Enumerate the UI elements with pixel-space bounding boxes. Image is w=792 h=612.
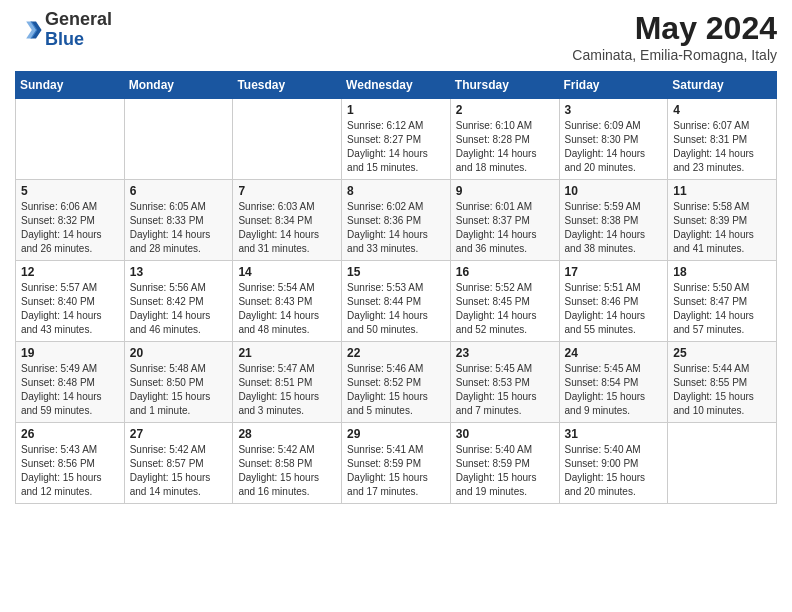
day-number: 17 xyxy=(565,265,663,279)
weekday-header-thursday: Thursday xyxy=(450,72,559,99)
calendar-cell: 8Sunrise: 6:02 AM Sunset: 8:36 PM Daylig… xyxy=(342,180,451,261)
calendar-cell: 13Sunrise: 5:56 AM Sunset: 8:42 PM Dayli… xyxy=(124,261,233,342)
day-info: Sunrise: 6:07 AM Sunset: 8:31 PM Dayligh… xyxy=(673,119,771,175)
day-number: 14 xyxy=(238,265,336,279)
day-info: Sunrise: 6:09 AM Sunset: 8:30 PM Dayligh… xyxy=(565,119,663,175)
day-number: 13 xyxy=(130,265,228,279)
calendar-cell: 22Sunrise: 5:46 AM Sunset: 8:52 PM Dayli… xyxy=(342,342,451,423)
calendar-week-row: 1Sunrise: 6:12 AM Sunset: 8:27 PM Daylig… xyxy=(16,99,777,180)
calendar-cell: 11Sunrise: 5:58 AM Sunset: 8:39 PM Dayli… xyxy=(668,180,777,261)
day-number: 23 xyxy=(456,346,554,360)
day-number: 7 xyxy=(238,184,336,198)
weekday-header-tuesday: Tuesday xyxy=(233,72,342,99)
day-info: Sunrise: 5:49 AM Sunset: 8:48 PM Dayligh… xyxy=(21,362,119,418)
calendar-week-row: 12Sunrise: 5:57 AM Sunset: 8:40 PM Dayli… xyxy=(16,261,777,342)
calendar-cell xyxy=(233,99,342,180)
calendar-cell: 26Sunrise: 5:43 AM Sunset: 8:56 PM Dayli… xyxy=(16,423,125,504)
day-number: 31 xyxy=(565,427,663,441)
logo-general: General xyxy=(45,10,112,30)
day-info: Sunrise: 5:42 AM Sunset: 8:57 PM Dayligh… xyxy=(130,443,228,499)
weekday-header-monday: Monday xyxy=(124,72,233,99)
calendar-cell: 18Sunrise: 5:50 AM Sunset: 8:47 PM Dayli… xyxy=(668,261,777,342)
day-number: 8 xyxy=(347,184,445,198)
calendar-cell: 7Sunrise: 6:03 AM Sunset: 8:34 PM Daylig… xyxy=(233,180,342,261)
calendar-cell xyxy=(16,99,125,180)
day-info: Sunrise: 5:47 AM Sunset: 8:51 PM Dayligh… xyxy=(238,362,336,418)
calendar-cell: 16Sunrise: 5:52 AM Sunset: 8:45 PM Dayli… xyxy=(450,261,559,342)
calendar-cell: 4Sunrise: 6:07 AM Sunset: 8:31 PM Daylig… xyxy=(668,99,777,180)
calendar-cell: 20Sunrise: 5:48 AM Sunset: 8:50 PM Dayli… xyxy=(124,342,233,423)
day-number: 22 xyxy=(347,346,445,360)
calendar-cell: 23Sunrise: 5:45 AM Sunset: 8:53 PM Dayli… xyxy=(450,342,559,423)
day-number: 3 xyxy=(565,103,663,117)
logo-text: General Blue xyxy=(45,10,112,50)
day-info: Sunrise: 5:40 AM Sunset: 9:00 PM Dayligh… xyxy=(565,443,663,499)
calendar-cell: 21Sunrise: 5:47 AM Sunset: 8:51 PM Dayli… xyxy=(233,342,342,423)
day-info: Sunrise: 5:59 AM Sunset: 8:38 PM Dayligh… xyxy=(565,200,663,256)
calendar-cell xyxy=(668,423,777,504)
day-info: Sunrise: 5:45 AM Sunset: 8:54 PM Dayligh… xyxy=(565,362,663,418)
day-info: Sunrise: 6:05 AM Sunset: 8:33 PM Dayligh… xyxy=(130,200,228,256)
day-info: Sunrise: 5:50 AM Sunset: 8:47 PM Dayligh… xyxy=(673,281,771,337)
weekday-header-friday: Friday xyxy=(559,72,668,99)
day-info: Sunrise: 6:10 AM Sunset: 8:28 PM Dayligh… xyxy=(456,119,554,175)
day-number: 18 xyxy=(673,265,771,279)
month-title: May 2024 xyxy=(572,10,777,47)
calendar-week-row: 5Sunrise: 6:06 AM Sunset: 8:32 PM Daylig… xyxy=(16,180,777,261)
day-number: 11 xyxy=(673,184,771,198)
calendar-cell: 14Sunrise: 5:54 AM Sunset: 8:43 PM Dayli… xyxy=(233,261,342,342)
calendar-cell: 12Sunrise: 5:57 AM Sunset: 8:40 PM Dayli… xyxy=(16,261,125,342)
day-info: Sunrise: 5:57 AM Sunset: 8:40 PM Dayligh… xyxy=(21,281,119,337)
calendar-cell: 9Sunrise: 6:01 AM Sunset: 8:37 PM Daylig… xyxy=(450,180,559,261)
day-info: Sunrise: 5:56 AM Sunset: 8:42 PM Dayligh… xyxy=(130,281,228,337)
calendar-cell: 15Sunrise: 5:53 AM Sunset: 8:44 PM Dayli… xyxy=(342,261,451,342)
day-number: 1 xyxy=(347,103,445,117)
day-info: Sunrise: 5:46 AM Sunset: 8:52 PM Dayligh… xyxy=(347,362,445,418)
calendar-week-row: 26Sunrise: 5:43 AM Sunset: 8:56 PM Dayli… xyxy=(16,423,777,504)
calendar-cell: 6Sunrise: 6:05 AM Sunset: 8:33 PM Daylig… xyxy=(124,180,233,261)
weekday-header-saturday: Saturday xyxy=(668,72,777,99)
day-number: 15 xyxy=(347,265,445,279)
day-number: 5 xyxy=(21,184,119,198)
calendar: SundayMondayTuesdayWednesdayThursdayFrid… xyxy=(15,71,777,504)
weekday-header-row: SundayMondayTuesdayWednesdayThursdayFrid… xyxy=(16,72,777,99)
day-number: 6 xyxy=(130,184,228,198)
day-info: Sunrise: 6:06 AM Sunset: 8:32 PM Dayligh… xyxy=(21,200,119,256)
day-number: 19 xyxy=(21,346,119,360)
day-info: Sunrise: 5:41 AM Sunset: 8:59 PM Dayligh… xyxy=(347,443,445,499)
logo: General Blue xyxy=(15,10,112,50)
day-info: Sunrise: 5:53 AM Sunset: 8:44 PM Dayligh… xyxy=(347,281,445,337)
calendar-cell: 3Sunrise: 6:09 AM Sunset: 8:30 PM Daylig… xyxy=(559,99,668,180)
day-info: Sunrise: 5:43 AM Sunset: 8:56 PM Dayligh… xyxy=(21,443,119,499)
calendar-cell: 1Sunrise: 6:12 AM Sunset: 8:27 PM Daylig… xyxy=(342,99,451,180)
day-info: Sunrise: 5:52 AM Sunset: 8:45 PM Dayligh… xyxy=(456,281,554,337)
calendar-week-row: 19Sunrise: 5:49 AM Sunset: 8:48 PM Dayli… xyxy=(16,342,777,423)
weekday-header-wednesday: Wednesday xyxy=(342,72,451,99)
location: Caminata, Emilia-Romagna, Italy xyxy=(572,47,777,63)
day-info: Sunrise: 5:40 AM Sunset: 8:59 PM Dayligh… xyxy=(456,443,554,499)
calendar-cell xyxy=(124,99,233,180)
day-number: 25 xyxy=(673,346,771,360)
logo-blue: Blue xyxy=(45,30,112,50)
day-number: 9 xyxy=(456,184,554,198)
day-info: Sunrise: 5:44 AM Sunset: 8:55 PM Dayligh… xyxy=(673,362,771,418)
day-number: 28 xyxy=(238,427,336,441)
weekday-header-sunday: Sunday xyxy=(16,72,125,99)
day-number: 2 xyxy=(456,103,554,117)
day-number: 12 xyxy=(21,265,119,279)
day-number: 27 xyxy=(130,427,228,441)
day-info: Sunrise: 5:45 AM Sunset: 8:53 PM Dayligh… xyxy=(456,362,554,418)
calendar-cell: 24Sunrise: 5:45 AM Sunset: 8:54 PM Dayli… xyxy=(559,342,668,423)
calendar-cell: 30Sunrise: 5:40 AM Sunset: 8:59 PM Dayli… xyxy=(450,423,559,504)
calendar-cell: 25Sunrise: 5:44 AM Sunset: 8:55 PM Dayli… xyxy=(668,342,777,423)
day-info: Sunrise: 6:03 AM Sunset: 8:34 PM Dayligh… xyxy=(238,200,336,256)
calendar-cell: 10Sunrise: 5:59 AM Sunset: 8:38 PM Dayli… xyxy=(559,180,668,261)
calendar-cell: 29Sunrise: 5:41 AM Sunset: 8:59 PM Dayli… xyxy=(342,423,451,504)
day-info: Sunrise: 5:48 AM Sunset: 8:50 PM Dayligh… xyxy=(130,362,228,418)
day-info: Sunrise: 5:58 AM Sunset: 8:39 PM Dayligh… xyxy=(673,200,771,256)
day-info: Sunrise: 5:54 AM Sunset: 8:43 PM Dayligh… xyxy=(238,281,336,337)
day-number: 20 xyxy=(130,346,228,360)
day-info: Sunrise: 6:12 AM Sunset: 8:27 PM Dayligh… xyxy=(347,119,445,175)
day-number: 26 xyxy=(21,427,119,441)
day-info: Sunrise: 6:01 AM Sunset: 8:37 PM Dayligh… xyxy=(456,200,554,256)
